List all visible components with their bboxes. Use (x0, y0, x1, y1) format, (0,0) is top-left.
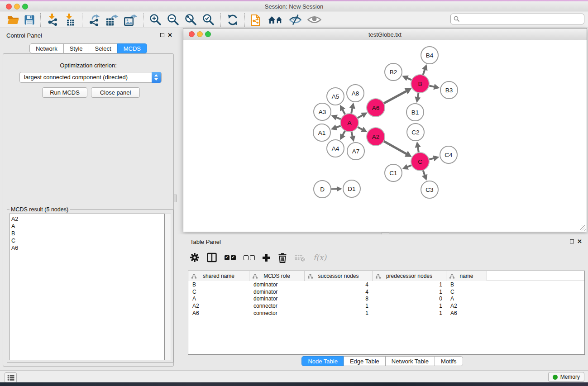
table-cell[interactable]: 1 (373, 281, 446, 288)
graph-edge-B-B4[interactable] (422, 64, 428, 75)
column-header-predecessor-nodes[interactable]: predecessor nodes (373, 271, 446, 281)
graph-node-B1[interactable]: B1 (406, 104, 424, 121)
task-history-button[interactable] (5, 372, 17, 383)
tab-network-table[interactable]: Network Table (385, 356, 435, 366)
graph-node-A2[interactable]: A2 (367, 128, 385, 146)
graph-node-A4[interactable]: A4 (327, 140, 344, 157)
graph-node-D1[interactable]: D1 (343, 180, 360, 197)
graph-node-C[interactable]: C (411, 152, 429, 171)
column-header-mcds-role[interactable]: MCDS role (249, 271, 305, 281)
graph-node-A5[interactable]: A5 (327, 88, 344, 105)
graph-node-B4[interactable]: B4 (421, 47, 438, 64)
table-cell[interactable]: B (188, 281, 249, 288)
table-cell[interactable]: 1 (373, 303, 446, 309)
mcds-result-item[interactable]: A (11, 223, 164, 230)
table-cell[interactable]: 1 (305, 310, 373, 316)
graph-node-C4[interactable]: C4 (440, 146, 457, 163)
graph-edge-C-C2[interactable] (415, 142, 421, 152)
zoom-out-button[interactable] (164, 13, 182, 27)
import-network-button[interactable] (44, 13, 62, 27)
graph-edge-C-C4[interactable] (429, 155, 439, 161)
table-cell[interactable]: A (446, 295, 487, 302)
table-cell[interactable]: dominator (249, 289, 305, 295)
show-columns-button[interactable] (207, 251, 217, 264)
graph-node-B[interactable]: B (411, 75, 429, 93)
select-all-button[interactable] (225, 251, 236, 264)
tab-style[interactable]: Style (63, 43, 89, 53)
export-network-button[interactable] (86, 13, 103, 27)
graph-edge-A2-C[interactable] (383, 141, 411, 157)
tab-node-table[interactable]: Node Table (301, 356, 344, 366)
delete-table-button-disabled[interactable] (295, 251, 306, 264)
table-cell[interactable]: A2 (188, 303, 249, 309)
table-settings-button[interactable] (190, 251, 199, 264)
table-row[interactable]: A2connector11A2 (188, 302, 584, 310)
criterion-dropdown[interactable]: largest connected component (directed) (19, 72, 162, 83)
float-panel-icon[interactable] (160, 33, 164, 37)
table-cell[interactable]: A6 (446, 310, 487, 316)
memory-button[interactable]: Memory (548, 372, 584, 382)
graph-edge-A6-B[interactable] (384, 88, 412, 103)
graph-edge-A-A6[interactable] (357, 112, 367, 118)
table-row[interactable]: Adominator80A (188, 295, 584, 303)
import-table-button[interactable] (62, 13, 79, 27)
float-panel-icon[interactable] (570, 239, 574, 243)
search-field[interactable] (450, 14, 584, 24)
table-cell[interactable]: B (446, 281, 487, 288)
refresh-button[interactable] (224, 13, 241, 27)
graph-edge-A-A7[interactable] (349, 132, 355, 142)
column-header-name[interactable]: name (446, 271, 487, 281)
graph-edge-B-B2[interactable] (402, 76, 411, 81)
network-graph[interactable]: B4B2BB3B1A5A8A6A3AA1A2C2A4A7C4CC1C3DD1 (183, 40, 587, 232)
table-cell[interactable]: C (446, 289, 487, 295)
zoom-selected-button[interactable] (200, 13, 217, 27)
function-builder-button-disabled[interactable]: f(x) (313, 251, 326, 264)
table-cell[interactable]: connector (249, 310, 305, 316)
table-row[interactable]: Cdominator41C (188, 288, 584, 295)
tab-edge-table[interactable]: Edge Table (344, 356, 386, 366)
graph-node-B2[interactable]: B2 (385, 63, 402, 81)
mcds-result-scrollbar[interactable] (165, 214, 171, 360)
show-graphics-details-button[interactable] (305, 13, 324, 27)
graph-node-A7[interactable]: A7 (347, 143, 364, 160)
table-cell[interactable]: dominator (249, 295, 305, 302)
graph-node-A8[interactable]: A8 (347, 85, 364, 102)
graph-edge-A-A4[interactable] (340, 131, 345, 140)
search-input[interactable] (462, 14, 584, 24)
network-view-window[interactable]: testGlobe.txt B4B2BB3B1A5A8A6A3AA1A2C2A4… (183, 28, 587, 232)
graph-node-C3[interactable]: C3 (421, 181, 438, 198)
mcds-result-item[interactable]: C (11, 237, 164, 244)
table-cell[interactable]: C (188, 289, 249, 295)
show-all-networks-button[interactable] (265, 13, 286, 27)
tab-network[interactable]: Network (29, 43, 64, 53)
window-resize-grip[interactable] (580, 225, 586, 231)
graph-node-A[interactable]: A (340, 114, 359, 132)
table-cell[interactable]: 8 (305, 295, 373, 302)
column-header-shared-name[interactable]: shared name (188, 271, 249, 281)
graph-edge-D-D1[interactable] (331, 186, 342, 191)
panel-splitter-grip[interactable] (174, 195, 177, 202)
zoom-fit-button[interactable] (182, 13, 200, 27)
mcds-result-item[interactable]: A6 (11, 244, 164, 252)
graph-node-D[interactable]: D (314, 181, 331, 198)
mcds-result-item[interactable]: B (11, 230, 164, 237)
tab-mcds[interactable]: MCDS (117, 43, 147, 53)
close-panel-icon[interactable]: ✕ (167, 32, 172, 38)
mcds-result-item[interactable]: A2 (11, 215, 164, 223)
app-titlebar[interactable]: Session: New Session (0, 1, 588, 11)
graph-node-A6[interactable]: A6 (367, 99, 385, 117)
graph-edge-B-B1[interactable] (415, 93, 421, 103)
network-canvas[interactable]: B4B2BB3B1A5A8A6A3AA1A2C2A4A7C4CC1C3DD1 (183, 40, 587, 232)
table-cell[interactable]: 4 (305, 289, 373, 295)
open-file-button[interactable] (5, 13, 22, 27)
table-row[interactable]: Bdominator41B (188, 281, 584, 288)
graph-edge-A-A5[interactable] (340, 105, 345, 115)
table-cell[interactable]: A (188, 295, 249, 302)
table-cell[interactable]: dominator (249, 281, 305, 288)
export-image-button[interactable] (121, 13, 140, 27)
deselect-all-button[interactable] (244, 251, 255, 264)
export-table-button[interactable] (103, 13, 121, 27)
delete-columns-button[interactable] (278, 251, 287, 264)
graph-node-A1[interactable]: A1 (313, 124, 330, 141)
close-panel-icon[interactable]: ✕ (577, 238, 582, 245)
